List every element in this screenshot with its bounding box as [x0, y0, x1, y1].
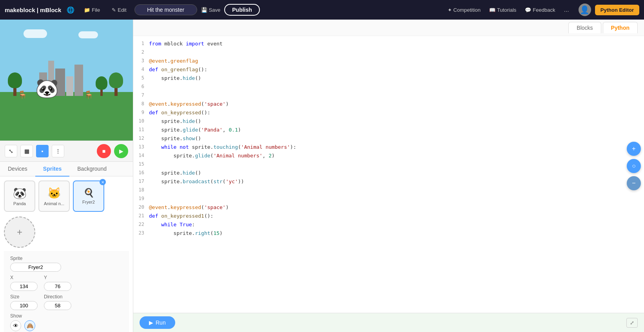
tree-top	[96, 76, 107, 90]
code-line-14: 14 sprite.glide('Animal numbers', 2)	[133, 152, 644, 161]
code-line-3: 3 @event.greenflag	[133, 57, 644, 66]
tree-top	[8, 72, 22, 88]
code-editor[interactable]: 1 from mblock import event 2 3 @event.gr…	[133, 36, 644, 313]
feedback-nav[interactable]: 💬Feedback	[522, 5, 558, 14]
fullscreen-button[interactable]: ⤡	[5, 145, 17, 157]
sprite-item-fryer2[interactable]: ✕ 🍳 Fryer2	[73, 180, 104, 212]
python-editor-button[interactable]: Python Editor	[595, 5, 639, 15]
tab-python[interactable]: Python	[603, 22, 638, 33]
code-line-6: 6	[133, 83, 644, 92]
tab-devices[interactable]: Devices	[0, 162, 35, 177]
x-label: X	[10, 275, 38, 280]
tree-trunk	[100, 90, 103, 96]
stop-button[interactable]: ■	[97, 144, 111, 158]
tutorials-nav[interactable]: 📖Tutorials	[486, 5, 519, 14]
x-input[interactable]	[10, 282, 38, 291]
code-line-18: 18	[133, 186, 644, 195]
sprite-name-input[interactable]	[10, 263, 61, 272]
tree-trunk	[13, 88, 16, 96]
tab-background[interactable]: Background	[69, 162, 114, 177]
sprite-item-animal[interactable]: 🐱 Animal n...	[38, 180, 70, 212]
zoom-out-button[interactable]: −	[627, 176, 641, 190]
panda-emoji: 🐼	[13, 187, 27, 200]
code-line-19: 19	[133, 195, 644, 204]
code-line-12: 12 sprite.show()	[133, 135, 644, 143]
code-line-22: 22 while True:	[133, 221, 644, 229]
layout1-button[interactable]: ▦	[20, 145, 33, 157]
tree-trunk	[114, 88, 118, 96]
building	[66, 76, 73, 96]
main-layout: 🐼 🪑 🪑 ⤡ ▦ ▪ ⋮ ■ ▶ Devices Sprites Backgr…	[0, 20, 644, 332]
tab-blocks[interactable]: Blocks	[568, 22, 601, 33]
direction-input[interactable]	[44, 301, 71, 310]
stage-area: 🐼 🪑 🪑	[0, 20, 133, 141]
code-line-2: 2	[133, 49, 644, 57]
bench-right: 🪑	[84, 90, 94, 99]
fryer2-emoji: 🍳	[83, 188, 94, 198]
publish-button[interactable]: Publish	[224, 4, 260, 16]
code-line-17: 17 sprite.broadcast(str('yc'))	[133, 178, 644, 186]
layout3-button[interactable]: ⋮	[52, 145, 64, 157]
edit-menu[interactable]: ✎Edit	[108, 5, 130, 14]
show-hidden-button[interactable]: 🙈	[24, 320, 35, 331]
size-input[interactable]	[10, 301, 38, 310]
direction-label: Direction	[44, 294, 71, 300]
code-line-13: 13 while not sprite.touching('Animal num…	[133, 143, 644, 152]
sprite-prop-label: Sprite	[10, 256, 61, 261]
zoom-in-button[interactable]: +	[627, 142, 641, 156]
code-line-9: 9 def on_keypressed():	[133, 109, 644, 117]
zoom-reset-button[interactable]: ○	[627, 159, 641, 173]
competition-nav[interactable]: ✦Competition	[444, 5, 484, 14]
animal-label: Animal n...	[44, 201, 64, 206]
run-button[interactable]: ▶ Run	[140, 316, 175, 329]
sprite-close-button[interactable]: ✕	[100, 179, 106, 185]
layout2-button[interactable]: ▪	[36, 145, 49, 157]
panda-sprite: 🐼	[35, 78, 59, 99]
cloud	[78, 31, 98, 38]
run-bar: ▶ Run ⤢	[133, 313, 644, 332]
y-label: Y	[44, 275, 71, 280]
cloud	[24, 29, 47, 38]
sprite-list: 🐼 Panda 🐱 Animal n... ✕ 🍳 Fryer2 +	[0, 177, 133, 332]
save-button[interactable]: 💾Save	[201, 7, 221, 13]
show-label: Show	[10, 313, 35, 319]
more-menu[interactable]: ...	[561, 5, 572, 15]
run-icon: ▶	[149, 319, 153, 326]
bench-left: 🪑	[18, 90, 27, 99]
expand-button[interactable]: ⤢	[626, 318, 638, 328]
code-line-5: 5 sprite.hide()	[133, 74, 644, 83]
fryer2-label: Fryer2	[82, 200, 95, 204]
sprite-item-panda[interactable]: 🐼 Panda	[4, 180, 35, 212]
size-label: Size	[10, 294, 38, 300]
code-line-21: 21 def on_keypressed1():	[133, 212, 644, 221]
run-stage-button[interactable]: ▶	[114, 144, 128, 158]
globe-icon[interactable]: 🌐	[67, 6, 74, 14]
user-avatar[interactable]: 👤	[579, 4, 591, 16]
file-menu[interactable]: 📁File	[80, 5, 104, 14]
animal-emoji: 🐱	[47, 187, 61, 200]
tab-sprites[interactable]: Sprites	[35, 162, 69, 177]
stage-controls: ⤡ ▦ ▪ ⋮ ■ ▶	[0, 141, 133, 162]
code-line-20: 20 @event.keypressed('space')	[133, 204, 644, 212]
tree-right2	[96, 76, 107, 96]
y-input[interactable]	[44, 282, 71, 291]
tab-row: Devices Sprites Background	[0, 162, 133, 177]
left-panel: 🐼 🪑 🪑 ⤡ ▦ ▪ ⋮ ■ ▶ Devices Sprites Backgr…	[0, 20, 133, 332]
panda-label: Panda	[13, 201, 26, 206]
show-toggles: 👁 🙈	[10, 320, 35, 331]
side-float-controls: + ○ −	[627, 142, 641, 190]
editor-tabs: Blocks Python	[133, 20, 644, 36]
project-name-button[interactable]: Hit the monster	[134, 4, 197, 15]
header-nav: ✦Competition 📖Tutorials 💬Feedback ...	[444, 5, 572, 15]
code-line-23: 23 sprite.right(15)	[133, 229, 644, 238]
building	[74, 65, 83, 96]
show-visible-button[interactable]: 👁	[10, 320, 21, 331]
code-line-11: 11 sprite.glide('Panda', 0.1)	[133, 126, 644, 135]
code-line-10: 10 sprite.hide()	[133, 117, 644, 126]
tree-top	[109, 72, 123, 88]
code-line-8: 8 @event.keypressed('space')	[133, 100, 644, 109]
logo: makeblock | mBlock	[5, 7, 61, 13]
code-line-16: 16 sprite.hide()	[133, 169, 644, 178]
add-sprite-button[interactable]: +	[4, 217, 35, 248]
right-panel: Blocks Python 1 from mblock import event…	[133, 20, 644, 332]
